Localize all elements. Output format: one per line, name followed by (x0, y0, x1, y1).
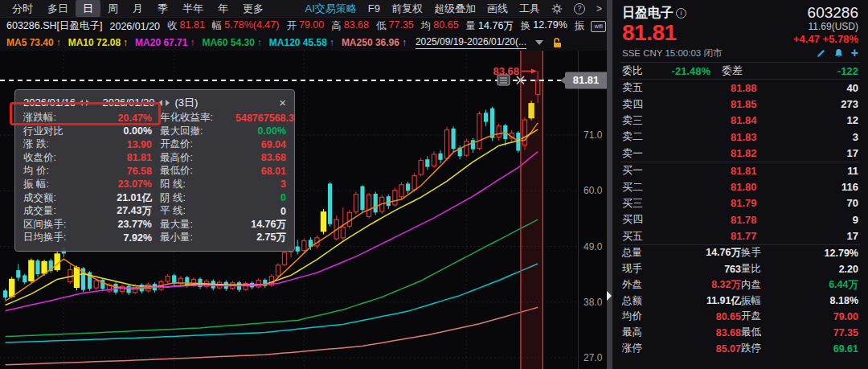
bid-row[interactable]: 买五81.7717 (612, 228, 868, 244)
toolbar-button-工具[interactable]: 工具 (519, 2, 540, 16)
panel-divider[interactable] (607, 0, 612, 369)
field-label: 量 (466, 19, 477, 33)
popup-stat-value: 81.81 (89, 152, 160, 163)
popup-stat-label: 收盘价: (23, 151, 89, 165)
popup-stat-value: 548767568.3 (235, 113, 294, 124)
tab-多日[interactable]: 多日 (40, 0, 76, 17)
ask-row[interactable]: 卖四81.85273 (612, 96, 868, 112)
popup-stat-label: 成交量: (23, 204, 89, 218)
stats-grid: 总量14.76万换手12.79%现手763量比2.20外盘8.32万内盘6.44… (612, 245, 868, 357)
up-arrow-icon: ↑ (123, 37, 128, 48)
popup-stat-label: 年化收益率: (160, 111, 235, 125)
tab-月[interactable]: 月 (125, 0, 150, 17)
tab-周[interactable]: 周 (100, 0, 125, 17)
candlestick-chart[interactable]: 71.060.049.038.027.083.6881.81 2026/01/1… (0, 51, 607, 369)
chevron-down-icon[interactable] (535, 40, 543, 45)
field-幅: 幅5.78%(4.47) (212, 19, 280, 33)
bell-icon[interactable] (833, 48, 844, 59)
tab-日[interactable]: 日 (76, 0, 100, 17)
high-price-label: 83.68 (493, 65, 519, 77)
tab-季[interactable]: 季 (150, 0, 175, 17)
stat-label: 换手 (741, 246, 775, 260)
stock-code-label: 603286.SH[日盈电子] (6, 19, 103, 33)
quote-panel-header: 日盈电子 i 603286 81.81 11.69(USD) +4.47 +5.… (612, 0, 868, 62)
toolbar-button-画线[interactable]: 画线 (487, 2, 508, 16)
popup-stat-value: 0 (235, 206, 286, 217)
bid-row[interactable]: 买三81.7970 (612, 195, 868, 211)
popup-stat-label: 成交额: (23, 191, 89, 205)
range-span-days: (3日) (175, 96, 199, 110)
close-icon[interactable]: × (279, 96, 286, 109)
cast-screen-icon[interactable]: wifi (591, 21, 606, 32)
level-price: 81.79 (657, 197, 756, 209)
collapse-panel-icon[interactable] (607, 291, 612, 301)
unlock-icon[interactable] (552, 37, 563, 48)
price-change: +4.47 +5.78% (793, 33, 858, 46)
field-开: 开79.00 (286, 19, 324, 33)
chart-section: 分时多日日周月季半年年更多 AI交易策略F9前复权超级叠加画线工具?> 6032… (0, 0, 607, 369)
stat-row: 均价80.65开盘79.00 (612, 309, 868, 325)
popup-stat-value: 23.77% (89, 219, 160, 230)
popup-stat-label: 阴 线: (160, 191, 235, 205)
edit-icon[interactable] (816, 48, 826, 59)
level-label: 买四 (622, 212, 657, 227)
ask-row[interactable]: 卖三81.8412 (612, 113, 868, 129)
popup-stat-value: 27.43万 (89, 204, 160, 218)
level-price: 81.85 (657, 98, 756, 110)
toolbar-button-超级叠加[interactable]: 超级叠加 (434, 2, 476, 16)
field-value: 81.81 (180, 19, 205, 33)
popup-stat-row: 收盘价:81.81最高价:83.68 (23, 151, 286, 165)
ask-levels: 卖五81.8840卖四81.85273卖三81.8412卖二81.833卖一81… (612, 80, 868, 162)
ma-value-MA20: MA20 67.71↑ (135, 37, 194, 48)
bid-row[interactable]: 买二81.80116 (612, 178, 868, 195)
weibi-row: 委比 -21.48% 委差 -122 (612, 63, 868, 79)
toolbar-button-F9[interactable]: F9 (368, 2, 380, 14)
stat-row: 最高83.68最低77.35 (612, 325, 868, 341)
popup-stat-value: 0.00% (235, 125, 286, 137)
popup-stat-value: 69.04 (235, 139, 286, 150)
date-range-selector[interactable]: 2025/09/19-2026/01/20(... (416, 36, 526, 49)
popup-stat-row: 行业对比0.00%最大回撤:0.00% (23, 125, 286, 138)
field-高: 高83.68 (331, 19, 369, 33)
stat-value: 8.18% (775, 295, 858, 306)
bid-row[interactable]: 买四81.789 (612, 211, 868, 228)
tab-更多[interactable]: 更多 (235, 0, 271, 17)
ma-value-MA10: MA10 72.08↑ (68, 37, 128, 48)
popup-stat-label: 最大回撤: (160, 125, 235, 138)
level-label: 买二 (622, 180, 657, 195)
toolbar-right: AI交易策略F9前复权超级叠加画线工具?> (305, 2, 602, 16)
tab-半年[interactable]: 半年 (175, 0, 211, 17)
stat-label: 最低 (741, 326, 775, 339)
stat-label: 内盘 (741, 278, 775, 292)
popup-stat-label: 涨 跌: (23, 137, 89, 151)
ask-row[interactable]: 卖五81.8840 (612, 80, 868, 96)
ask-row[interactable]: 卖二81.833 (612, 129, 868, 145)
tab-年[interactable]: 年 (211, 0, 235, 17)
svg-text:49.0: 49.0 (583, 241, 603, 252)
field-value: 77.35 (389, 19, 414, 33)
stat-label: 总额 (622, 294, 654, 308)
level-volume: 116 (756, 181, 858, 193)
stat-value: 80.65 (654, 311, 741, 322)
field-value: 14.76万 (478, 19, 514, 33)
bid-row[interactable]: 买一81.8111 (612, 162, 868, 178)
range-end-next-icon[interactable] (166, 100, 170, 106)
ask-row[interactable]: 卖一81.8217 (612, 146, 868, 162)
add-icon[interactable]: + (851, 47, 858, 59)
toolbar-button-前复权[interactable]: 前复权 (391, 2, 423, 16)
field-value: 83.68 (344, 19, 369, 33)
popup-stat-label: 最小量: (160, 231, 235, 244)
tab-分时[interactable]: 分时 (5, 0, 40, 17)
field-value: 5.78%(4.47) (224, 19, 279, 33)
weicha-value: -122 (784, 65, 858, 77)
chevron-right-icon[interactable]: > (596, 3, 602, 14)
info-icon[interactable]: i (676, 8, 686, 18)
gear-icon[interactable] (551, 3, 563, 14)
toolbar-button-AI交易策略[interactable]: AI交易策略 (305, 2, 357, 16)
level-label: 买五 (622, 229, 657, 244)
market-status: SSE CNY 15:00:03 闭市 (622, 47, 722, 59)
stat-value: 12.79% (775, 248, 858, 259)
level-label: 卖二 (622, 129, 657, 144)
field-label: 振 (575, 19, 585, 33)
help-icon[interactable]: ? (574, 3, 585, 14)
